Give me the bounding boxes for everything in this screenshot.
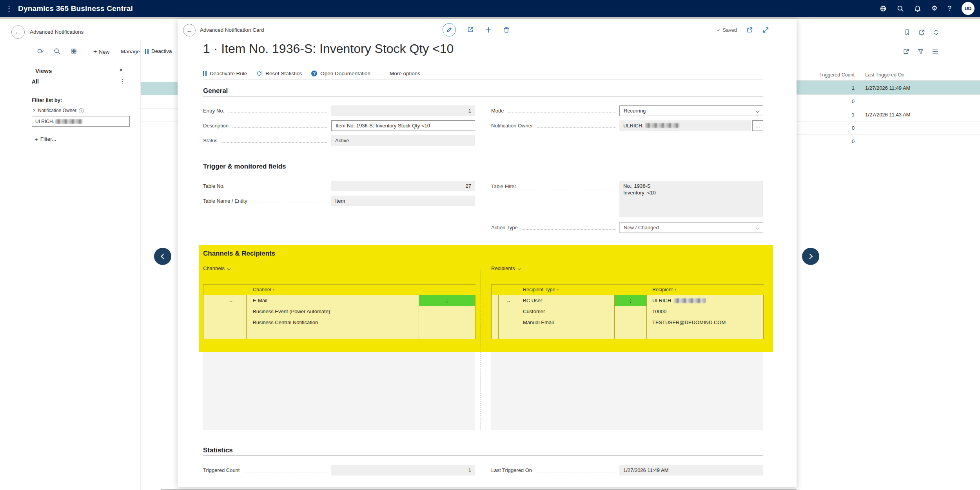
chevron-right-icon (807, 254, 813, 259)
section-trigger[interactable]: Trigger & monitored fields (203, 163, 286, 171)
recipient-cell[interactable]: 10000 (647, 306, 764, 317)
recipient-column-header[interactable]: Recipient ↑ (647, 285, 764, 295)
settings-gear-icon[interactable]: ⚙ (931, 5, 937, 12)
deactivate-rule-button[interactable]: Deactivate Rule (203, 71, 247, 76)
back-icon: ← (187, 27, 192, 34)
saved-indicator: ✓Saved (717, 27, 737, 33)
recipient-type-cell[interactable]: Customer (518, 306, 615, 317)
views-close-icon[interactable]: × (119, 67, 123, 74)
app: ⋮ Dynamics 365 Business Central ⚙ ? UD ←… (0, 0, 980, 490)
recipient-type-cell[interactable] (518, 328, 615, 339)
open-in-new-window-icon[interactable] (746, 27, 753, 33)
environment-icon[interactable] (880, 5, 887, 12)
views-item-all[interactable]: All (32, 78, 39, 85)
notifications-bell-icon[interactable] (914, 5, 921, 12)
table-row[interactable]: 0 (797, 134, 980, 148)
field-action-type: Action Type New / Changed (491, 220, 763, 235)
row-menu-cell-selected[interactable]: ⋮ (419, 295, 475, 306)
table-row[interactable]: 0 (797, 94, 980, 108)
channel-cell[interactable]: Business Central Notification (247, 317, 419, 328)
deactivate-button[interactable]: Deactiva (145, 48, 172, 54)
pause-icon (145, 49, 149, 54)
selected-row-sliver[interactable] (141, 82, 178, 95)
table-no-value: 27 (331, 181, 475, 191)
column-header-triggered-count[interactable]: Triggered Count (800, 72, 855, 78)
active-row-arrow-icon: → (499, 295, 518, 306)
recipient-type-cell[interactable]: Manual Email (518, 317, 615, 328)
share-icon[interactable] (903, 48, 909, 55)
recipient-cell[interactable]: TESTUSER@DEDOMIND.COM (647, 317, 764, 328)
kebab-icon[interactable]: ⋮ (628, 298, 633, 304)
table-filter-value: No.: 1936-S Inventory: <10 (619, 181, 763, 217)
table-row[interactable]: 1 1/27/2026 11:43 AM (797, 108, 980, 121)
more-options-button[interactable]: More options (390, 71, 420, 76)
filter-value-input[interactable]: ULRICH. (32, 116, 130, 127)
bookmark-icon[interactable] (904, 29, 911, 36)
column-header-last-triggered[interactable]: Last Triggered On (865, 72, 904, 78)
advanced-notification-card: ← Advanced Notification Card ✓Saved (178, 19, 797, 487)
recipient-type-cell[interactable]: BC User (518, 295, 615, 306)
section-general[interactable]: General (203, 87, 228, 95)
filter-funnel-icon[interactable] (917, 48, 924, 55)
app-title[interactable]: Dynamics 365 Business Central (18, 4, 133, 13)
open-documentation-button[interactable]: ? Open Documentation (311, 71, 370, 76)
edit-pencil-button[interactable] (443, 23, 456, 36)
channel-cell[interactable]: Business Event (Power Automate) (247, 306, 419, 317)
recipient-type-column-header[interactable]: Recipient Type ↑ (518, 285, 615, 295)
card-back-button[interactable]: ← (183, 24, 196, 36)
table-row[interactable]: 1 1/27/2026 11:49 AM (797, 81, 980, 94)
field-table-name: Table Name / Entity Item (203, 193, 475, 208)
field-description: Description Item No. 1936-S: Inventory S… (203, 118, 475, 133)
kebab-icon[interactable]: ⋮ (445, 298, 450, 304)
remove-filter-icon[interactable]: × (33, 108, 36, 113)
grid-splitter[interactable] (481, 270, 481, 430)
recipient-cell[interactable] (647, 328, 764, 339)
channel-cell[interactable]: E-Mail (247, 295, 419, 306)
back-button[interactable]: ← (11, 25, 25, 39)
recipients-table: Recipient Type ↑ Recipient ↑ → BC User ⋮… (491, 284, 764, 339)
action-type-dropdown[interactable]: New / Changed (619, 222, 763, 233)
row-menu-cell-selected[interactable]: ⋮ (615, 295, 647, 306)
view-selector-icon[interactable] (37, 48, 44, 54)
mode-dropdown[interactable]: Recurring (619, 105, 763, 116)
add-filter-button[interactable]: + Filter... (34, 136, 56, 142)
filter-by-label: Filter list by: (32, 97, 62, 103)
status-value: Active (331, 135, 475, 146)
open-in-new-window-icon[interactable] (918, 29, 925, 36)
section-channels-recipients[interactable]: Channels & Recipients (203, 250, 275, 258)
owner-lookup-button[interactable]: … (752, 120, 763, 131)
views-all-kebab-icon[interactable]: ⋮ (120, 78, 125, 84)
list-options-icon[interactable] (932, 48, 938, 55)
active-row-arrow-icon: → (215, 295, 247, 306)
manage-button[interactable]: Manage (121, 49, 140, 54)
card-breadcrumb[interactable]: Advanced Notification Card (200, 27, 264, 33)
description-input[interactable]: Item No. 1936-S: Inventory Stock Qty <10 (331, 120, 475, 131)
grid-splitter[interactable] (486, 270, 486, 430)
channels-subgrid-menu[interactable]: Channels (203, 265, 230, 271)
views-panel-title: Views (35, 67, 52, 74)
share-button[interactable] (467, 26, 474, 33)
delete-button[interactable] (503, 26, 510, 33)
new-button[interactable]: + New (93, 48, 109, 55)
analysis-grid-icon[interactable] (71, 48, 77, 54)
app-launcher-icon[interactable]: ⋮ (5, 5, 13, 12)
section-statistics[interactable]: Statistics (203, 446, 233, 454)
sort-ascending-icon: ↑ (273, 287, 275, 292)
channel-cell[interactable] (247, 328, 419, 339)
recipient-cell[interactable]: ULRICH. (647, 295, 764, 306)
collapse-expand-icon[interactable] (933, 29, 940, 36)
redacted-text (674, 298, 706, 303)
table-row[interactable]: 0 (797, 121, 980, 134)
search-list-icon[interactable] (54, 48, 60, 54)
fullscreen-icon[interactable] (762, 27, 769, 33)
user-avatar[interactable]: UD (962, 2, 975, 15)
help-icon[interactable]: ? (948, 5, 951, 12)
new-record-button[interactable] (485, 26, 492, 33)
previous-record-button[interactable] (154, 248, 171, 265)
sort-ascending-icon: ↑ (557, 287, 559, 292)
recipients-subgrid-menu[interactable]: Recipients (491, 265, 521, 271)
channel-column-header[interactable]: Channel ↑ (247, 285, 419, 295)
next-record-button[interactable] (802, 248, 819, 265)
search-icon[interactable] (897, 5, 904, 12)
reset-statistics-button[interactable]: Reset Statistics (256, 71, 302, 76)
